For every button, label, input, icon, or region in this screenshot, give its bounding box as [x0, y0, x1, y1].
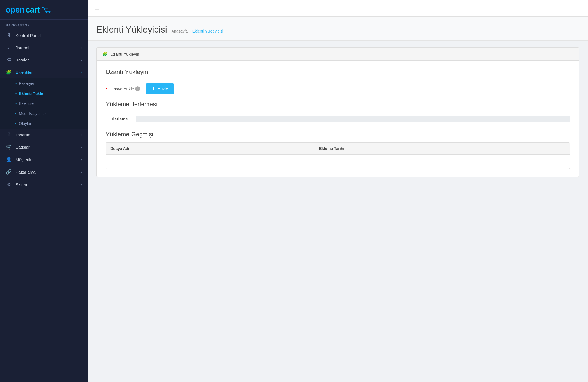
breadcrumb-separator: › — [189, 29, 191, 33]
breadcrumb: Anasayfa › Eklenti Yükleyicisi — [172, 29, 223, 33]
help-icon[interactable]: ? — [135, 86, 140, 91]
eklentiler-chevron-icon: › — [79, 72, 83, 73]
main-area: ☰ Eklenti Yükleyicisi Anasayfa › Eklenti… — [88, 0, 588, 382]
katalog-chevron-icon: › — [81, 58, 82, 62]
submenu-pazaryeri[interactable]: » Pazaryeri — [0, 78, 88, 88]
svg-point-1 — [49, 11, 50, 13]
col-filename: Dosya Adı — [106, 143, 315, 155]
sidebar-label-musteriler: Müşteriler — [16, 157, 34, 162]
upload-button[interactable]: ⬆ Yükle — [146, 83, 174, 94]
file-label-text: Dosya Yükle — [111, 87, 134, 91]
logo-icon — [41, 7, 51, 13]
content-area: Eklenti Yükleyicisi Anasayfa › Eklenti Y… — [88, 17, 588, 382]
page-title: Eklenti Yükleyicisi — [96, 24, 167, 35]
table-body — [106, 155, 570, 169]
sidebar-item-kontrol-paneli[interactable]: 🎛 Kontrol Paneli — [0, 29, 88, 41]
eklentiler-icon: 🧩 — [6, 69, 12, 75]
musteriler-icon: 👤 — [6, 157, 12, 162]
sistem-chevron-icon: › — [81, 183, 82, 187]
katalog-icon: 🏷 — [6, 57, 12, 63]
upload-section: Uzantı Yükleyin * Dosya Yükle ? ⬆ Yükle — [106, 68, 570, 94]
sidebar-item-katalog[interactable]: 🏷 Katalog › — [0, 54, 88, 66]
progress-label: İlerleme — [106, 117, 128, 121]
eklentiler-sub-arrow: » — [15, 102, 17, 105]
table-header: Dosya Adı Ekleme Tarihi — [106, 143, 570, 155]
tasarim-chevron-icon: › — [81, 133, 82, 137]
submenu-label-eklentiler: Eklentiler — [19, 101, 35, 106]
submenu-eklenti-yukle[interactable]: » Eklenti Yükle — [0, 88, 88, 98]
page-header: Eklenti Yükleyicisi Anasayfa › Eklenti Y… — [88, 17, 588, 41]
sidebar-item-musteriler[interactable]: 👤 Müşteriler › — [0, 153, 88, 166]
logo-text: open — [6, 5, 24, 14]
breadcrumb-current: Eklenti Yükleyicisi — [192, 29, 223, 33]
hamburger-button[interactable]: ☰ — [94, 5, 100, 12]
dashboard-icon: 🎛 — [6, 33, 12, 38]
submenu-label-pazaryeri: Pazaryeri — [19, 81, 35, 86]
history-section: Yükleme Geçmişi Dosya Adı Ekleme Tarihi — [106, 131, 570, 169]
submenu-label-olaylar: Olaylar — [19, 121, 31, 126]
pazarlama-icon: 🔗 — [6, 169, 12, 175]
submenu-eklentiler[interactable]: » Eklentiler — [0, 98, 88, 109]
logo-cart-text: cart — [26, 5, 40, 14]
journal-chevron-icon: › — [81, 46, 82, 50]
file-upload-label: * Dosya Yükle ? — [106, 86, 140, 91]
submenu-label-eklenti-yukle: Eklenti Yükle — [19, 91, 43, 96]
breadcrumb-home[interactable]: Anasayfa — [172, 29, 188, 33]
sidebar-label-tasarim: Tasarım — [16, 132, 30, 137]
sidebar-item-sistem[interactable]: ⚙ Sistem › — [0, 178, 88, 191]
sidebar-item-eklentiler[interactable]: 🧩 Eklentiler › — [0, 66, 88, 78]
pazarlama-chevron-icon: › — [81, 170, 82, 174]
sidebar-label-eklentiler: Eklentiler — [16, 70, 33, 75]
svg-point-0 — [46, 11, 47, 13]
history-table: Dosya Adı Ekleme Tarihi — [106, 143, 570, 169]
sidebar-item-satislar[interactable]: 🛒 Satışlar › — [0, 141, 88, 153]
sidebar-item-tasarim[interactable]: 🖥 Tasarım › — [0, 129, 88, 141]
satislar-icon: 🛒 — [6, 144, 12, 150]
sidebar-label-sistem: Sistem — [16, 182, 28, 187]
submenu-olaylar[interactable]: » Olaylar — [0, 119, 88, 129]
eklentiler-submenu: » Pazaryeri » Eklenti Yükle » Eklentiler… — [0, 78, 88, 129]
sidebar-item-journal[interactable]: J Journal › — [0, 41, 88, 54]
table-empty-row — [106, 155, 570, 169]
progress-section-title: Yükleme İlerlemesi — [106, 101, 570, 108]
sidebar: opencart NAVİGASYON 🎛 Kontrol Paneli J J… — [0, 0, 88, 382]
sistem-icon: ⚙ — [6, 182, 12, 188]
main-card: 🧩 Uzantı Yükleyin Uzantı Yükleyin * Dosy… — [96, 47, 579, 177]
sidebar-label-pazarlama: Pazarlama — [16, 170, 36, 174]
upload-section-title: Uzantı Yükleyin — [106, 68, 570, 76]
musteriler-chevron-icon: › — [81, 157, 82, 162]
history-table-wrapper: Dosya Adı Ekleme Tarihi — [106, 142, 570, 169]
sidebar-label-satislar: Satışlar — [16, 145, 30, 149]
card-body: Uzantı Yükleyin * Dosya Yükle ? ⬆ Yükle — [97, 61, 579, 177]
table-empty-cell — [106, 155, 570, 169]
progress-section: Yükleme İlerlemesi İlerleme — [106, 101, 570, 122]
nav-section-label: NAVİGASYON — [0, 20, 88, 29]
sidebar-item-pazarlama[interactable]: 🔗 Pazarlama › — [0, 166, 88, 178]
modifikasyonlar-arrow: » — [15, 112, 17, 115]
submenu-modifikasyonlar[interactable]: » Modifikasyonlar — [0, 109, 88, 119]
pazaryeri-arrow: » — [15, 82, 17, 85]
progress-row: İlerleme — [106, 116, 570, 122]
olaylar-arrow: » — [15, 122, 17, 125]
history-title: Yükleme Geçmişi — [106, 131, 570, 138]
sidebar-label-kontrol-paneli: Kontrol Paneli — [16, 33, 41, 38]
journal-icon: J — [6, 45, 12, 50]
required-star: * — [106, 87, 107, 91]
upload-form-row: * Dosya Yükle ? ⬆ Yükle — [106, 83, 570, 94]
logo-area: opencart — [0, 0, 88, 20]
progress-bar-container — [136, 116, 570, 122]
satislar-chevron-icon: › — [81, 145, 82, 149]
upload-button-icon: ⬆ — [152, 86, 155, 91]
logo: opencart — [6, 5, 82, 14]
submenu-label-modifikasyonlar: Modifikasyonlar — [19, 111, 46, 116]
card-header: 🧩 Uzantı Yükleyin — [97, 48, 579, 61]
col-date: Ekleme Tarihi — [315, 143, 570, 155]
card-header-icon: 🧩 — [102, 51, 108, 56]
eklenti-yukle-arrow: » — [15, 92, 17, 95]
sidebar-label-katalog: Katalog — [16, 58, 30, 62]
tasarim-icon: 🖥 — [6, 132, 12, 137]
card-header-label: Uzantı Yükleyin — [110, 52, 139, 56]
sidebar-label-journal: Journal — [16, 45, 29, 50]
page-title-row: Eklenti Yükleyicisi Anasayfa › Eklenti Y… — [96, 24, 579, 35]
upload-button-label: Yükle — [158, 87, 168, 91]
